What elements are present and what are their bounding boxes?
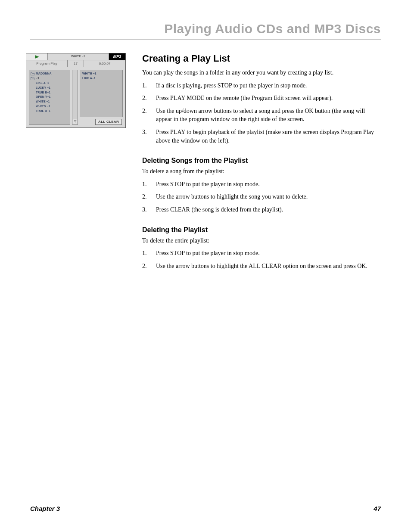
list-item[interactable]: WHITE ~1 xyxy=(82,72,120,75)
list-item[interactable]: WHO'S ~1 xyxy=(31,105,68,108)
body-text: To delete a song from the playlist: xyxy=(142,167,381,176)
file-label: LUCKY ~1 xyxy=(36,86,50,90)
current-track-label: WHITE ~1 xyxy=(48,53,109,60)
subsection-heading: Deleting Songs from the Playlist xyxy=(142,157,381,165)
player-status-row: Program Play 17 0:00:07 xyxy=(26,60,125,67)
step-item: 2.Use the arrow buttons to highlight the… xyxy=(142,262,381,271)
program-column: WHITE ~1 LIKE A~1 ALL CLEAR xyxy=(80,70,123,125)
steps-list: 1.Press STOP to put the player in stop m… xyxy=(142,249,381,270)
subsection-heading: Deleting the Playlist xyxy=(142,226,381,234)
program-play-label: Program Play xyxy=(26,60,68,67)
list-item[interactable]: OPEN Y~1 xyxy=(31,95,68,99)
step-item: 2.Press PLAY MODE on the remote (the Pro… xyxy=(142,94,381,103)
file-label: WHO'S ~1 xyxy=(36,105,50,108)
program-list: WHITE ~1 LIKE A~1 xyxy=(80,70,123,117)
section-heading: Creating a Play List xyxy=(142,53,381,64)
step-item: 1.If a disc is playing, press STOP to pu… xyxy=(142,81,381,90)
steps-list: 1.Press STOP to put the player in stop m… xyxy=(142,180,381,214)
file-label: TRUE B~1 xyxy=(36,109,50,113)
player-top-row: WHITE ~1 MP3 xyxy=(26,53,125,60)
folder-icon xyxy=(31,72,34,75)
list-item[interactable]: TRUE B~1 xyxy=(31,109,68,113)
list-item[interactable]: LIKE A~1 xyxy=(31,81,68,85)
file-label: LIKE A~1 xyxy=(36,81,49,85)
step-item: 3.Press PLAY to begin playback of the pl… xyxy=(142,128,381,145)
chevron-down-icon[interactable]: ▽ xyxy=(73,119,77,124)
play-icon xyxy=(26,53,48,60)
file-list: MADONNA ~1 LIKE A~1 LUCKY ~1 TRUE B~1 OP… xyxy=(29,70,70,125)
header-rule xyxy=(30,40,381,40)
page-title: Playing Audio CDs and MP3 Discs xyxy=(30,22,381,40)
list-item[interactable]: TRUE B~1 xyxy=(31,91,68,94)
file-label: WHITE ~1 xyxy=(36,100,50,103)
player-body: MADONNA ~1 LIKE A~1 LUCKY ~1 TRUE B~1 OP… xyxy=(26,67,125,128)
chapter-label: Chapter 3 xyxy=(30,505,60,512)
step-item: 1.Press STOP to put the player in stop m… xyxy=(142,249,381,258)
list-item[interactable]: LIKE A~1 xyxy=(82,77,120,80)
track-number: 17 xyxy=(68,60,84,67)
elapsed-time: 0:00:07 xyxy=(84,60,125,67)
player-screenshot: WHITE ~1 MP3 Program Play 17 0:00:07 MAD… xyxy=(26,53,129,128)
content-area: WHITE ~1 MP3 Program Play 17 0:00:07 MAD… xyxy=(30,53,381,274)
body-text: To delete the entire playlist: xyxy=(142,236,381,245)
folder-icon xyxy=(31,77,34,80)
file-label: OPEN Y~1 xyxy=(36,95,50,99)
page-footer: Chapter 3 47 xyxy=(30,502,381,512)
step-item: 1.Press STOP to put the player in stop m… xyxy=(142,180,381,189)
file-label: ~1 xyxy=(36,77,39,80)
list-item[interactable]: ~1 xyxy=(31,77,68,80)
mp3-badge: MP3 xyxy=(109,53,125,60)
step-item: 3.Press CLEAR (the song is deleted from … xyxy=(142,205,381,214)
player-ui: WHITE ~1 MP3 Program Play 17 0:00:07 MAD… xyxy=(26,53,126,128)
footer-rule xyxy=(30,502,381,502)
svg-marker-0 xyxy=(35,55,39,59)
all-clear-button[interactable]: ALL CLEAR xyxy=(95,119,122,125)
step-item: 2.Use the up/down arrow buttons to selec… xyxy=(142,107,381,124)
file-label: TRUE B~1 xyxy=(36,91,50,94)
list-item[interactable]: LUCKY ~1 xyxy=(31,86,68,90)
steps-list: 1.If a disc is playing, press STOP to pu… xyxy=(142,81,381,145)
body-text: You can play the songs in a folder in an… xyxy=(142,68,381,77)
file-label: MADONNA xyxy=(36,72,52,75)
scrollbar[interactable]: ▽ xyxy=(72,70,78,125)
page-number: 47 xyxy=(374,505,381,512)
list-item[interactable]: WHITE ~1 xyxy=(31,100,68,103)
main-column: Creating a Play List You can play the so… xyxy=(142,53,381,274)
step-item: 2.Use the arrow buttons to highlight the… xyxy=(142,193,381,201)
list-item[interactable]: MADONNA xyxy=(31,72,68,75)
